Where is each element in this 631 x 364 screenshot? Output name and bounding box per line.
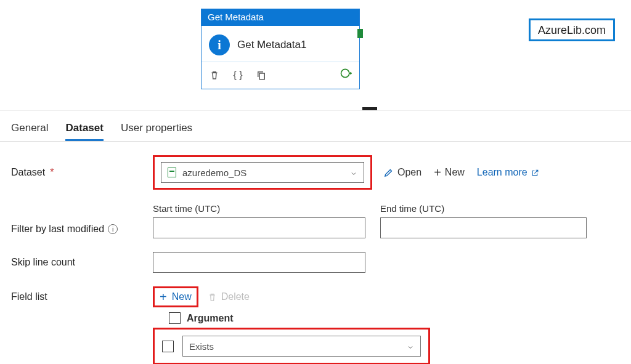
dataset-form: Dataset * azuredemo_DS Open + New	[0, 142, 631, 364]
argument-select[interactable]: Exists	[182, 336, 421, 357]
field-list-new-button[interactable]: + New	[160, 291, 192, 303]
pencil-icon	[383, 168, 394, 178]
new-dataset-button[interactable]: + New	[434, 166, 465, 179]
tab-user-properties[interactable]: User properties	[121, 122, 192, 141]
delete-icon[interactable]	[209, 70, 220, 81]
panel-resize-handle[interactable]	[362, 107, 377, 110]
label-end-time: End time (UTC)	[380, 203, 587, 214]
activity-get-metadata[interactable]: Get Metadata i Get Metadata1 { }	[201, 9, 360, 89]
start-time-block: Start time (UTC)	[153, 203, 365, 238]
watermark-badge: AzureLib.com	[529, 18, 615, 41]
plus-icon: +	[160, 291, 167, 303]
start-time-input[interactable]	[153, 217, 365, 238]
highlight-dataset: azuredemo_DS	[153, 155, 372, 190]
row-checkbox[interactable]	[162, 341, 174, 352]
svg-rect-0	[259, 73, 264, 79]
row-filter: Filter by last modified i Start time (UT…	[11, 203, 620, 238]
property-tabs: General Dataset User properties	[0, 111, 631, 142]
chevron-down-icon	[407, 342, 414, 350]
dataset-select[interactable]: azuredemo_DS	[161, 162, 364, 183]
activity-body: i Get Metadata1	[202, 26, 359, 62]
info-icon: i	[209, 34, 230, 55]
end-time-block: End time (UTC)	[380, 203, 587, 238]
argument-value: Exists	[189, 341, 214, 352]
svg-point-1	[341, 69, 349, 77]
pipeline-canvas[interactable]: Get Metadata i Get Metadata1 { }	[0, 0, 631, 111]
end-time-input[interactable]	[380, 217, 587, 238]
chevron-down-icon	[350, 169, 357, 176]
plus-icon: +	[434, 166, 441, 179]
required-asterisk: *	[50, 167, 54, 178]
info-tooltip-icon[interactable]: i	[108, 224, 118, 234]
activity-toolbar: { }	[202, 62, 359, 89]
column-argument: Argument	[187, 313, 234, 324]
tab-general[interactable]: General	[11, 122, 48, 141]
activity-name: Get Metadata1	[237, 39, 306, 51]
debug-run-icon[interactable]	[340, 67, 352, 83]
trash-icon	[207, 292, 218, 302]
learn-more-link[interactable]: Learn more	[477, 167, 539, 178]
row-dataset: Dataset * azuredemo_DS Open + New	[11, 155, 620, 190]
external-link-icon	[531, 169, 539, 177]
label-skip: Skip line count	[11, 257, 153, 268]
open-dataset-button[interactable]: Open	[383, 167, 421, 178]
label-field-list: Field list	[11, 291, 153, 302]
label-dataset: Dataset *	[11, 167, 153, 178]
braces-icon[interactable]: { }	[232, 70, 243, 81]
tab-dataset[interactable]: Dataset	[65, 122, 103, 141]
field-list-table: Argument Exists	[153, 312, 620, 364]
dataset-type-icon	[168, 168, 176, 177]
row-skip: Skip line count	[11, 252, 620, 273]
output-handle[interactable]	[357, 29, 363, 38]
highlight-new-button: + New	[153, 286, 198, 307]
dataset-actions: Open + New Learn more	[383, 166, 539, 179]
field-list-delete-button: Delete	[207, 291, 250, 302]
row-field-list: Field list + New Delete	[11, 286, 620, 307]
label-start-time: Start time (UTC)	[153, 203, 365, 214]
highlight-field-row: Exists	[153, 328, 430, 364]
field-list-header: Argument	[169, 312, 620, 324]
activity-type-label: Get Metadata	[202, 9, 359, 26]
label-filter: Filter by last modified i	[11, 224, 153, 238]
select-all-checkbox[interactable]	[169, 312, 181, 324]
copy-icon[interactable]	[256, 70, 267, 81]
dataset-selected-value: azuredemo_DS	[182, 168, 246, 178]
skip-line-input[interactable]	[153, 252, 365, 273]
